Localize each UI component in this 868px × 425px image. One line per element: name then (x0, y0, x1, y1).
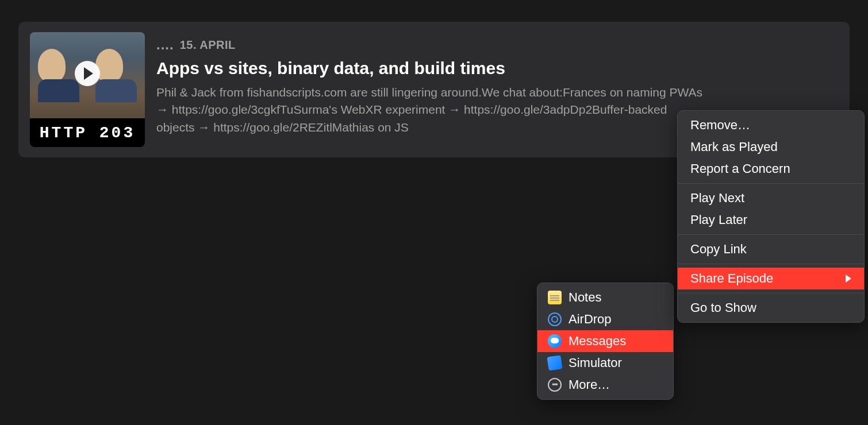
share-item-label: Simulator (569, 356, 622, 370)
progress-dots-icon: .... (156, 37, 174, 53)
menu-item-remove[interactable]: Remove… (678, 114, 864, 136)
menu-item-report-a-concern[interactable]: Report a Concern (678, 158, 864, 180)
menu-divider (678, 264, 864, 264)
menu-item-share-episode[interactable]: Share Episode (678, 268, 864, 289)
share-item-notes[interactable]: Notes (537, 287, 673, 308)
share-item-messages[interactable]: Messages (537, 330, 673, 352)
share-item-label: AirDrop (569, 312, 612, 327)
menu-divider (678, 234, 864, 235)
menu-divider (678, 183, 864, 184)
episode-title[interactable]: Apps vs sites, binary data, and build ti… (156, 59, 838, 78)
menu-item-label: Remove… (690, 118, 750, 133)
menu-item-play-later[interactable]: Play Later (678, 209, 864, 231)
airdrop-icon (548, 312, 562, 326)
notes-icon (548, 291, 562, 304)
share-item-label: Messages (569, 334, 626, 349)
share-item-label: More… (569, 377, 610, 392)
menu-item-play-next[interactable]: Play Next (678, 187, 864, 209)
context-menu: Remove…Mark as PlayedReport a ConcernPla… (677, 110, 865, 323)
play-button[interactable] (75, 61, 100, 86)
menu-item-go-to-show[interactable]: Go to Show (678, 297, 864, 319)
more-icon (548, 378, 562, 392)
share-item-label: Notes (569, 290, 601, 305)
menu-item-label: Share Episode (690, 271, 773, 286)
share-item-simulator[interactable]: Simulator (537, 352, 673, 374)
share-item-more[interactable]: More… (537, 374, 673, 396)
episode-description: Phil & Jack from fishandscripts.com are … (156, 84, 708, 136)
menu-divider (678, 293, 864, 293)
episode-date: 15. APRIL (180, 38, 236, 52)
play-icon (84, 67, 93, 80)
episode-meta: .... 15. APRIL (156, 37, 838, 53)
share-submenu: NotesAirDropMessagesSimulatorMore… (537, 283, 674, 400)
menu-item-mark-as-played[interactable]: Mark as Played (678, 136, 864, 158)
menu-item-label: Play Next (690, 191, 744, 206)
episode-thumbnail[interactable]: HTTP 203 (30, 32, 145, 147)
simulator-icon (547, 355, 562, 370)
menu-item-copy-link[interactable]: Copy Link (678, 238, 864, 260)
menu-item-label: Go to Show (690, 300, 756, 315)
podcast-name-label: HTTP 203 (30, 118, 145, 147)
menu-item-label: Copy Link (690, 242, 747, 257)
menu-item-label: Play Later (690, 212, 747, 227)
thumbnail-image (30, 32, 145, 118)
menu-item-label: Mark as Played (690, 140, 778, 154)
submenu-arrow-icon (846, 275, 851, 283)
menu-item-label: Report a Concern (690, 161, 790, 176)
share-item-airdrop[interactable]: AirDrop (537, 308, 673, 330)
messages-icon (548, 334, 562, 348)
